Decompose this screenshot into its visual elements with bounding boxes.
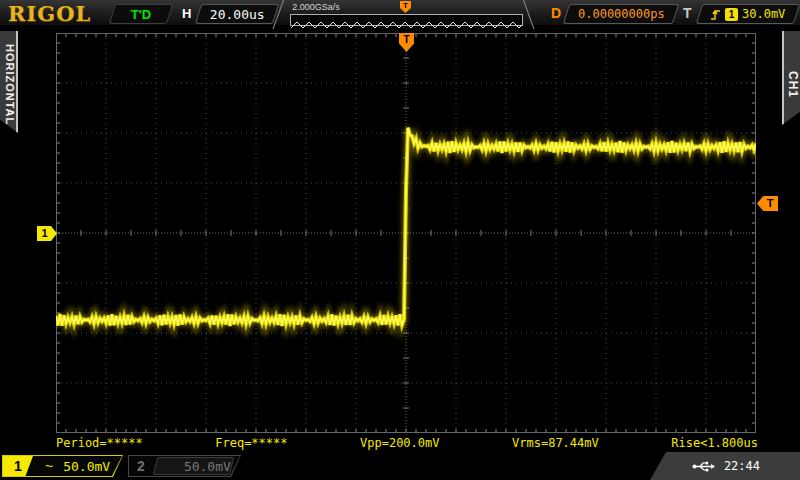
measurement-freq: Freq=***** [215,436,287,450]
trigger-level-marker[interactable]: T [757,196,778,211]
clock: 22:44 [724,459,760,473]
measurement-vrms: Vrms=87.44mV [512,436,599,450]
top-status-bar: RIGOL T'D H 20.00us 2.000GSa/s 560k pts … [0,0,800,28]
memory-waveform-icon [291,19,522,29]
ac-coupling-icon: ~ [45,458,53,474]
measurement-row: Period=***** Freq=***** Vpp=200.0mV Vrms… [56,436,758,450]
sample-rate: 2.000GSa/s [280,2,352,13]
system-panel: 22:44 [650,452,800,480]
channel1-badge[interactable]: 1 ~ 50.0mV [2,455,123,477]
trigger-status-text: T'D [131,7,151,22]
channel2-chip: 50.0mV [153,457,234,475]
channel2-scale: 50.0mV [184,459,231,474]
horizontal-label: H [182,6,191,21]
separator [523,0,535,29]
rising-edge-icon [710,8,721,21]
timebase-badge[interactable]: 20.00us [195,4,279,24]
usb-icon [692,460,716,473]
tab-channel1-menu[interactable]: CH1 [782,31,800,125]
trigger-delay-badge[interactable]: 0.00000000ps [563,4,679,24]
channel1-ground-marker[interactable]: 1 [37,226,57,241]
memory-position-bar[interactable] [290,14,523,26]
trigger-status-badge: T'D [109,4,173,24]
rigol-logo: RIGOL [8,1,91,26]
bottom-bar: 1 ~ 50.0mV 2 50.0mV [0,452,800,480]
delay-value: 0.00000000ps [578,7,665,21]
trigger-source-chip: 1 [725,8,738,21]
memory-trigger-marker[interactable]: T [400,1,411,13]
trigger-label: T [683,5,692,21]
tab-horizontal-menu[interactable]: HORIZONTAL [0,31,18,133]
channel2-number: 2 [137,458,145,474]
measurement-period: Period=***** [56,436,143,450]
channel2-badge[interactable]: 2 50.0mV [128,455,241,477]
channel1-scale: 50.0mV [63,459,110,474]
oscilloscope-screen: RIGOL T'D H 20.00us 2.000GSa/s 560k pts … [0,0,800,480]
trigger-level-value: 30.0mV [742,7,785,21]
measurement-vpp: Vpp=200.0mV [360,436,439,450]
channel1-number: 1 [3,456,33,476]
ch1-waveform-trace [56,33,756,433]
trigger-settings-badge[interactable]: 1 30.0mV [696,4,800,24]
measurement-rise: Rise<1.800us [671,436,758,450]
graticule [56,33,756,433]
delay-label: D [551,5,561,21]
timebase-value: 20.00us [210,7,265,22]
